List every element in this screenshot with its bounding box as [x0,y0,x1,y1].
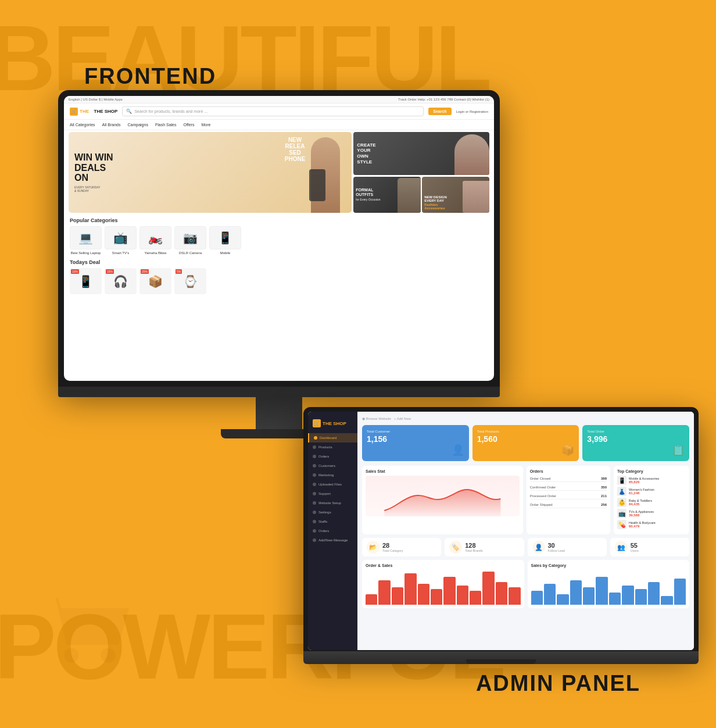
hero-phone-prop [309,169,325,201]
admin-stats-row: Total Customer 1,156 👤 Total Products 1,… [362,425,689,461]
sidebar-item-customers[interactable]: Customers [308,461,357,470]
sidebar-item-messages[interactable]: Add/New Message [308,536,357,545]
deal-1[interactable]: 📱 10% [70,268,102,294]
category-bike[interactable]: 🏍️ Yamaha Bikes [139,226,171,255]
sidebar-item-products[interactable]: Products [308,442,357,452]
sidebar-marketing-label: Marketing [318,473,334,477]
sidebar-item-orders2[interactable]: Orders [308,526,357,536]
category-camera[interactable]: 📷 DSLR Camera [174,226,206,255]
bar [674,579,686,605]
sidebar-orders-label: Orders [318,455,329,458]
order-closed-label: Order Closed [530,477,551,480]
formal-person [398,178,421,213]
deal-3[interactable]: 📦 20% [139,268,171,294]
category-camera-img: 📷 [174,226,206,249]
admin-logo-text: THE SHOP [323,421,346,426]
nav-more[interactable]: More [201,123,210,127]
sidebar-item-staffs[interactable]: Staffs [308,517,357,526]
desktop-monitor: English | US Dollar $ | Mobile Apps Trac… [58,90,500,438]
sidebar-item-support[interactable]: Support [308,489,357,498]
admin-bottom-charts: Order & Sales Sales by Category [362,560,689,608]
admin-logo: 🛒 THE SHOP [308,416,357,433]
nav-offers[interactable]: Offers [183,123,194,127]
stat-products-label: Total Products [477,430,575,433]
metric-users-label: Users [631,549,639,552]
hero-side-banners: CREATEYOUROWNSTYLE FORMALOUTFITSfor Ever… [353,132,489,213]
svg-point-0 [64,648,78,662]
metric-brands-value: 128 [465,542,483,549]
top-cat-mobile: 📱 Mobile & Accessories 85,829 [617,476,686,485]
monitor-stand-neck [256,397,302,429]
website-dot [313,501,316,505]
deal-2[interactable]: 🎧 15% [105,268,137,294]
top-cat-mobile-img: 📱 [617,476,627,485]
category-mobile[interactable]: 📱 Mobile [209,226,241,255]
category-laptop[interactable]: 💻 Best Selling Laptop [70,226,102,255]
order-confirmed-value: 350 [601,486,607,489]
nav-campaigns[interactable]: Campaigns [127,123,148,127]
admin-breadcrumb: ◉ Browse Website + Add New [362,416,411,420]
sidebar-customers-label: Customers [318,464,335,468]
sidebar-item-marketing[interactable]: Marketing [308,470,357,480]
hero-side-style: CREATEYOUROWNSTYLE [353,132,489,175]
metric-brands: 🏷️ 128 Total Brands [445,538,524,556]
admin-top-bar: ◉ Browse Website + Add New [362,416,689,420]
sidebar-messages-label: Add/New Message [318,538,348,542]
sidebar-item-dashboard[interactable]: Dashboard [308,433,357,442]
sidebar-item-settings[interactable]: Settings [308,508,357,517]
deal-4[interactable]: ⌚ 5% [174,268,206,294]
sidebar-item-orders[interactable]: Orders [308,452,357,461]
top-cat-tv-img: 📺 [617,509,627,518]
bar [648,582,660,605]
bar [509,587,520,605]
deal-4-badge: 5% [176,269,182,274]
orders-bar-chart [366,570,521,605]
metric-users-info: 55 Users [631,542,639,552]
shop-search-bar[interactable]: 🔍 Search for products, brands and more .… [122,106,424,116]
metric-category-icon: 📂 [367,541,380,554]
sales-chart-area [366,476,520,516]
laptop-hinge [466,659,536,664]
category-mobile-label: Mobile [220,251,231,255]
metric-category-info: 28 Total Category [382,542,403,552]
nav-flash-sales[interactable]: Flash Sales [155,123,177,127]
formal-text: FORMALOUTFITSfor Every Occasion [356,188,380,201]
nav-all-brands[interactable]: All Brands [102,123,121,127]
metric-users-value: 55 [631,542,639,549]
bar [496,582,507,605]
user-links[interactable]: Login or Registration [456,110,488,113]
monitor-screen: English | US Dollar $ | Mobile Apps Trac… [58,90,500,387]
nav-all-categories[interactable]: All Categories [70,123,95,127]
bar [570,580,582,605]
category-tv[interactable]: 📺 Smart TV's [105,226,137,255]
stat-customer-value: 1,156 [367,434,464,444]
topbar-left: English | US Dollar $ | Mobile Apps [69,98,123,101]
stat-customer-label: Total Customer [367,430,464,433]
stat-orders-value: 3,996 [587,434,685,444]
sidebar-settings-label: Settings [318,511,331,514]
order-stats-list: Order Closed 388 Confirmed Order 350 Pro… [530,476,607,508]
hero-side-bottom: FORMALOUTFITSfor Every Occasion NEW DESI… [353,177,489,213]
sales-category-chart: Sales by Category [528,560,690,608]
orders-dot [313,455,316,458]
shop-nav: All Categories All Brands Campaigns Flas… [64,120,494,130]
sidebar-item-uploaded-files[interactable]: Uploaded Files [308,480,357,489]
fashion-text: NEW DESIGNEVERY DAYFashionAccessories [424,195,447,210]
category-bike-img: 🏍️ [139,226,171,249]
admin-panel-ui: 🛒 THE SHOP Dashboard Products Orders [308,412,694,650]
admin-sidebar: 🛒 THE SHOP Dashboard Products Orders [308,412,357,650]
admin-main-content: ◉ Browse Website + Add New Total Custome… [357,412,694,650]
metric-follow-info: 30 Follow Lead [548,542,565,552]
bar [470,591,481,605]
metric-follow-icon: 👤 [532,541,545,554]
top-category-card: Top Category 📱 Mobile & Accessories 85,8… [614,466,689,534]
sidebar-item-website-setup[interactable]: Website Setup [308,498,357,508]
laptop-screen: 🛒 THE SHOP Dashboard Products Orders [303,407,699,651]
order-confirmed-label: Confirmed Order [530,486,556,489]
top-cat-women-info: Women's Fashion 61,248 [629,488,686,495]
sidebar-products-label: Products [318,445,332,449]
search-button[interactable]: Search [428,108,451,115]
bar [392,587,403,605]
bar [609,593,621,605]
bar [418,584,429,605]
